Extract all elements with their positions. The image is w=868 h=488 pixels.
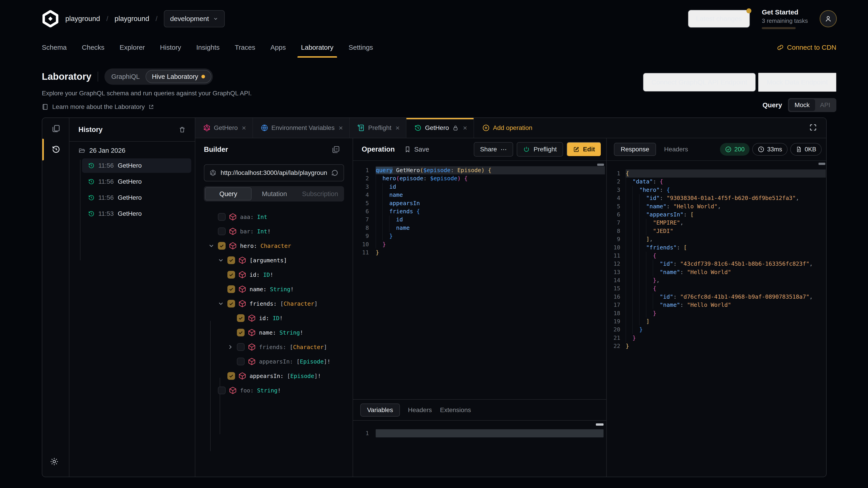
builder-tree-row[interactable]: name: String! xyxy=(195,325,352,340)
fullscreen-icon[interactable] xyxy=(809,123,817,131)
nav-tab[interactable]: Insights xyxy=(196,37,219,58)
chevron-down-icon[interactable] xyxy=(217,300,227,307)
code-line[interactable]: 5 appearsIn xyxy=(353,199,606,207)
operations-collection-icon[interactable] xyxy=(51,124,61,133)
settings-gear-icon[interactable] xyxy=(50,457,59,466)
nav-tab[interactable]: Checks xyxy=(82,37,104,58)
collapse-panel-icon[interactable] xyxy=(332,145,340,154)
endpoint-url-input[interactable]: http://localhost:3000/api/lab/playground xyxy=(204,164,344,182)
latest-changes-button[interactable]: Latest changes xyxy=(688,10,750,28)
code-line[interactable]: 1query GetHero($episode: Episode) { xyxy=(353,166,606,174)
code-line[interactable]: 8 "JEDI" xyxy=(607,227,827,235)
history-date-group[interactable]: 26 Jan 2026 xyxy=(79,147,125,154)
tab-response-headers[interactable]: Headers xyxy=(664,146,688,153)
code-line[interactable]: 16 "id": "d76cfc8d-41b1-4968-b9af-089078… xyxy=(607,293,827,301)
nav-tab[interactable]: Laboratory xyxy=(301,37,333,58)
preflight-button[interactable]: Preflight xyxy=(517,142,563,157)
breadcrumb-project[interactable]: playground xyxy=(115,15,149,23)
save-button[interactable]: Save xyxy=(404,146,429,153)
code-line[interactable]: 4 name xyxy=(353,191,606,199)
field-checkbox[interactable] xyxy=(227,300,235,307)
tab-response[interactable]: Response xyxy=(614,143,656,156)
environment-select[interactable]: development xyxy=(164,10,225,27)
mode-api[interactable]: API xyxy=(815,99,835,111)
add-operation-button[interactable]: Add operation xyxy=(474,118,540,138)
code-line[interactable]: 11} xyxy=(353,249,606,257)
code-line[interactable]: 9 ], xyxy=(607,235,827,243)
tab-variables[interactable]: Variables xyxy=(360,403,400,417)
breadcrumb-org[interactable]: playground xyxy=(65,15,100,23)
clear-history-trash-icon[interactable] xyxy=(179,126,186,133)
field-checkbox[interactable] xyxy=(218,242,225,250)
connect-endpoint-button[interactable]: Connect GraphQL API Endpoint xyxy=(643,73,756,92)
builder-tree-row[interactable]: hero: Character xyxy=(195,238,352,253)
close-icon[interactable]: × xyxy=(396,124,400,132)
connect-to-cdn-link[interactable]: Connect to CDN xyxy=(777,37,836,58)
history-entry[interactable]: 11:53 GetHero xyxy=(82,206,191,221)
code-line[interactable]: 12 "id": "43cdf739-81c6-45b1-b8b6-163356… xyxy=(607,260,827,268)
code-line[interactable]: 6 "appearsIn": [ xyxy=(607,210,827,219)
tab-gethero[interactable]: GetHero × xyxy=(195,118,253,138)
code-line[interactable]: 8 name xyxy=(353,224,606,232)
user-avatar[interactable] xyxy=(819,10,837,27)
field-checkbox[interactable] xyxy=(218,213,225,221)
tab-mutation[interactable]: Mutation xyxy=(252,187,297,200)
code-line[interactable]: 5 "name": "Hello World", xyxy=(607,202,827,210)
field-checkbox[interactable] xyxy=(237,314,245,322)
field-checkbox[interactable] xyxy=(227,271,235,279)
toggle-graphiql[interactable]: GraphiQL xyxy=(111,73,140,80)
field-checkbox[interactable] xyxy=(227,256,235,264)
nav-tab[interactable]: Schema xyxy=(42,37,67,58)
scrollbar-thumb[interactable] xyxy=(818,163,825,165)
code-line[interactable]: 3 "hero": { xyxy=(607,186,827,194)
code-line[interactable]: 20 } xyxy=(607,326,827,334)
code-line[interactable]: 11 { xyxy=(607,252,827,260)
code-line[interactable]: 18 } xyxy=(607,309,827,318)
code-line[interactable]: 7 "EMPIRE", xyxy=(607,219,827,227)
endpoint-url-value[interactable]: http://localhost:3000/api/lab/playground xyxy=(221,169,327,176)
chevron-down-icon[interactable] xyxy=(217,257,227,264)
field-checkbox[interactable] xyxy=(237,343,245,351)
code-line[interactable]: 13 "name": "Hello World" xyxy=(607,268,827,276)
field-checkbox[interactable] xyxy=(237,358,245,365)
more-options-icon[interactable]: ⋯ xyxy=(500,146,507,153)
get-started-widget[interactable]: Get Started 3 remaining tasks xyxy=(762,8,808,29)
code-line[interactable]: 22} xyxy=(607,342,827,350)
close-icon[interactable]: × xyxy=(339,124,343,132)
scrollbar-thumb[interactable] xyxy=(596,423,603,426)
code-line[interactable]: 6 friends { xyxy=(353,207,606,216)
field-checkbox[interactable] xyxy=(227,285,235,293)
empty-line[interactable] xyxy=(376,429,603,437)
builder-tree-row[interactable]: name: String! xyxy=(195,282,352,296)
edit-button[interactable]: Edit xyxy=(567,142,601,157)
nav-tab[interactable]: History xyxy=(160,37,181,58)
scrollbar-thumb[interactable] xyxy=(597,164,604,166)
nav-tab[interactable]: Apps xyxy=(270,37,286,58)
chevron-down-icon[interactable] xyxy=(208,242,218,249)
tab-gethero-active[interactable]: GetHero × xyxy=(406,118,474,138)
code-line[interactable]: 10 "friends": [ xyxy=(607,243,827,252)
history-tool-icon[interactable] xyxy=(52,145,61,154)
field-checkbox[interactable] xyxy=(227,372,235,380)
tab-preflight[interactable]: Preflight × xyxy=(350,118,406,138)
nav-tab[interactable]: Explorer xyxy=(120,37,145,58)
tab-environment-variables[interactable]: Environment Variables × xyxy=(253,118,350,138)
nav-tab[interactable]: Traces xyxy=(235,37,255,58)
tab-query[interactable]: Query xyxy=(205,187,252,200)
builder-tree-row[interactable]: id: ID! xyxy=(195,267,352,282)
builder-tree-row[interactable]: id: ID! xyxy=(195,311,352,325)
builder-tree-row[interactable]: appearsIn: [Episode]! xyxy=(195,354,352,369)
code-line[interactable]: 3 id xyxy=(353,183,606,191)
code-line[interactable]: 9 } xyxy=(353,232,606,240)
history-entry[interactable]: 11:56 GetHero xyxy=(82,191,191,205)
builder-tree-row[interactable]: friends: [Character] xyxy=(195,340,352,354)
code-line[interactable]: 1 xyxy=(353,429,606,437)
code-line[interactable]: 7 id xyxy=(353,216,606,224)
builder-tree-row[interactable]: aaa: Int xyxy=(195,210,352,224)
code-line[interactable]: 15 { xyxy=(607,285,827,293)
close-icon[interactable]: × xyxy=(242,124,246,132)
chevron-down-icon[interactable] xyxy=(227,344,237,350)
nav-tab[interactable]: Settings xyxy=(348,37,373,58)
refresh-icon[interactable] xyxy=(331,169,339,177)
tab-headers[interactable]: Headers xyxy=(408,406,432,414)
